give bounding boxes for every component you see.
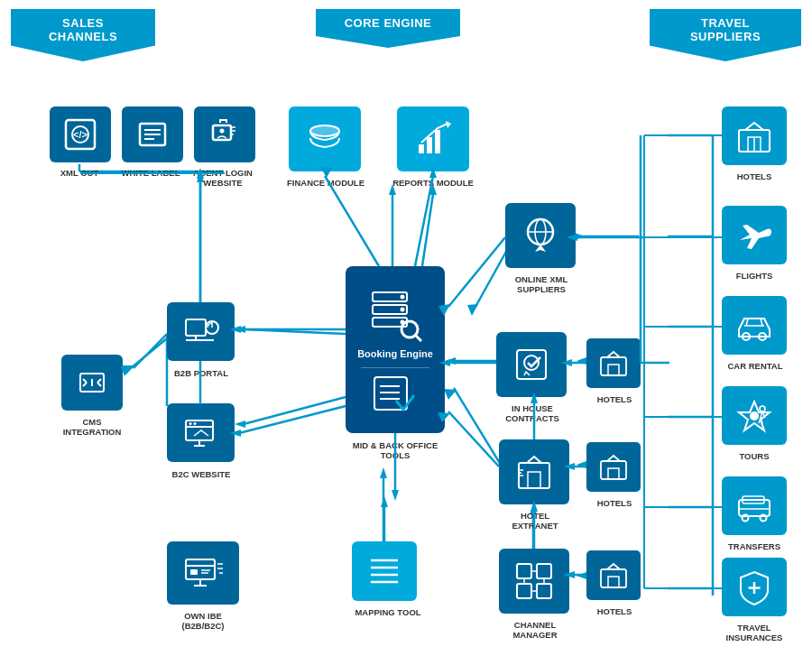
svg-rect-103	[517, 584, 531, 598]
svg-marker-19	[444, 389, 457, 400]
b2b-portal-label: B2B PORTAL	[161, 368, 242, 378]
supplier-tours-label: TOURS	[715, 451, 793, 461]
svg-point-84	[401, 321, 418, 337]
core-engine-banner: CORE ENGINE	[316, 9, 460, 48]
svg-rect-97	[517, 350, 546, 379]
connector-hotels-3-label: HOTELS	[580, 606, 649, 616]
svg-rect-109	[601, 357, 626, 375]
connector-hotels-3-box	[586, 550, 641, 600]
hotel-extranet-box	[499, 439, 569, 504]
svg-marker-153	[381, 496, 388, 507]
white-label-box	[122, 106, 183, 162]
mapping-tool-label: MAPPING TOOL	[338, 607, 438, 617]
svg-rect-74	[419, 144, 424, 153]
online-xml-box	[505, 203, 576, 268]
reports-module-box	[397, 106, 469, 171]
svg-line-146	[325, 176, 379, 266]
svg-point-121	[750, 411, 759, 420]
xml-out-label: XML OUT	[39, 168, 120, 178]
svg-rect-104	[537, 584, 551, 598]
channel-manager-label: CHANNELMANAGER	[487, 620, 583, 641]
svg-line-26	[422, 194, 433, 266]
supplier-flights-label: FLIGHTS	[715, 271, 793, 281]
svg-line-85	[416, 336, 421, 341]
svg-rect-52	[186, 319, 206, 336]
svg-point-60	[193, 422, 196, 425]
b2b-portal-box	[167, 302, 235, 361]
svg-marker-17	[577, 461, 586, 468]
agent-login-box	[194, 106, 255, 162]
svg-point-51	[220, 129, 225, 134]
svg-line-30	[244, 397, 346, 424]
own-ibe-box	[167, 541, 239, 605]
hotel-extranet-label: HOTELEXTRANET	[487, 511, 583, 531]
svg-point-81	[401, 307, 405, 311]
white-label-label: WHITE LABEL	[110, 168, 191, 178]
svg-rect-110	[608, 365, 619, 375]
svg-rect-111	[601, 461, 626, 479]
in-house-contracts-label: IN HOUSECONTRACTS	[484, 403, 580, 424]
svg-marker-9	[575, 233, 585, 240]
agent-login-label: AGENT LOGINWEBSITE	[182, 168, 263, 189]
online-xml-label: ONLINE XMLSUPPLIERS	[494, 274, 589, 295]
svg-rect-101	[517, 564, 531, 578]
svg-marker-39	[380, 467, 387, 478]
svg-line-148	[415, 176, 433, 266]
svg-rect-69	[190, 569, 198, 575]
svg-rect-112	[608, 468, 619, 479]
svg-line-162	[131, 338, 167, 368]
connector-hotels-2-label: HOTELS	[580, 498, 649, 508]
svg-marker-15	[446, 357, 456, 365]
connector-hotels-2-box	[586, 442, 641, 492]
svg-line-164	[448, 237, 505, 307]
supplier-flights-box	[722, 206, 787, 264]
svg-marker-13	[577, 357, 586, 365]
supplier-hotels-label: HOTELS	[715, 171, 793, 181]
supplier-hotels-box	[722, 106, 787, 165]
supplier-transfers-label: TRANSFERS	[715, 541, 793, 551]
svg-marker-21	[577, 572, 586, 579]
in-house-contracts-box	[496, 332, 567, 397]
svg-marker-37	[122, 365, 134, 374]
svg-line-18	[454, 388, 501, 465]
supplier-travel-insurances-label: TRAVELINSURANCES	[710, 623, 798, 643]
svg-rect-65	[186, 559, 215, 579]
diagram-container: SALES CHANNELS CORE ENGINE TRAVEL SUPPLI…	[0, 0, 812, 656]
svg-rect-99	[519, 463, 549, 488]
supplier-transfers-box	[722, 476, 787, 535]
reports-module-label: REPORTS MODULE	[383, 178, 483, 188]
svg-text:</>: </>	[73, 129, 88, 140]
svg-rect-114	[608, 577, 619, 587]
own-ibe-label: OWN IBE(B2B/B2C)	[153, 611, 253, 632]
svg-marker-31	[235, 420, 245, 428]
svg-rect-100	[528, 472, 540, 488]
cms-integration-box	[61, 355, 123, 411]
svg-point-122	[760, 406, 765, 411]
cms-integration-label: CMSINTEGRATION	[47, 417, 137, 438]
supplier-tours-box	[722, 386, 787, 445]
svg-point-59	[189, 422, 191, 425]
svg-point-73	[310, 125, 339, 136]
xml-out-box: </>	[50, 106, 111, 162]
svg-rect-113	[601, 569, 626, 587]
mid-back-office-label: MID & BACK OFFICE TOOLS	[341, 440, 449, 461]
finance-module-label: FINANCE MODULE	[277, 178, 374, 188]
svg-rect-75	[427, 137, 432, 153]
connector-hotels-1-label: HOTELS	[580, 394, 649, 404]
finance-module-box	[289, 106, 361, 171]
connector-hotels-1-box	[586, 338, 641, 388]
svg-marker-11	[467, 304, 478, 316]
svg-line-36	[134, 334, 167, 368]
travel-suppliers-banner: TRAVEL SUPPLIERS	[650, 9, 801, 61]
svg-marker-151	[392, 490, 399, 501]
supplier-travel-insurances-box	[722, 558, 787, 616]
svg-rect-76	[435, 130, 440, 153]
mapping-tool-box	[352, 541, 417, 601]
b2c-website-box	[167, 403, 235, 462]
booking-engine-box: Booking Engine	[346, 266, 445, 433]
svg-point-79	[401, 294, 405, 299]
b2c-website-label: B2C WEBSITE	[161, 469, 242, 479]
sales-channels-banner: SALES CHANNELS	[11, 9, 155, 61]
svg-rect-102	[537, 564, 551, 578]
svg-line-156	[239, 406, 346, 433]
